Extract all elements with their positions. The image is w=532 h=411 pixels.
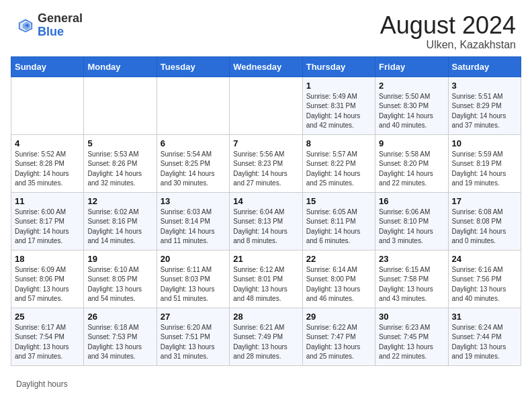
calendar-cell: 17Sunrise: 6:08 AM Sunset: 8:08 PM Dayli… (448, 192, 521, 250)
calendar-cell: 20Sunrise: 6:11 AM Sunset: 8:03 PM Dayli… (157, 250, 229, 308)
day-info: Sunrise: 6:08 AM Sunset: 8:08 PM Dayligh… (452, 208, 517, 246)
day-number: 1 (306, 81, 371, 91)
calendar-header: SundayMondayTuesdayWednesdayThursdayFrid… (11, 56, 521, 77)
day-number: 3 (452, 81, 517, 91)
day-info: Sunrise: 5:57 AM Sunset: 8:22 PM Dayligh… (306, 150, 371, 189)
day-number: 29 (306, 312, 371, 322)
calendar-cell: 16Sunrise: 6:06 AM Sunset: 8:10 PM Dayli… (375, 192, 448, 250)
dow-header: Sunday (11, 56, 84, 77)
calendar-week-row: 11Sunrise: 6:00 AM Sunset: 8:17 PM Dayli… (11, 192, 521, 250)
calendar-cell: 9Sunrise: 5:58 AM Sunset: 8:20 PM Daylig… (375, 134, 448, 192)
day-info: Sunrise: 5:59 AM Sunset: 8:19 PM Dayligh… (452, 150, 517, 189)
day-info: Sunrise: 6:00 AM Sunset: 8:17 PM Dayligh… (15, 208, 80, 246)
calendar-week-row: 1Sunrise: 5:49 AM Sunset: 8:31 PM Daylig… (11, 77, 521, 134)
calendar-cell: 1Sunrise: 5:49 AM Sunset: 8:31 PM Daylig… (302, 77, 375, 134)
day-number: 11 (15, 196, 80, 206)
day-number: 30 (379, 312, 444, 322)
day-info: Sunrise: 5:54 AM Sunset: 8:25 PM Dayligh… (161, 150, 226, 189)
day-number: 18 (15, 254, 80, 264)
day-info: Sunrise: 6:10 AM Sunset: 8:05 PM Dayligh… (87, 265, 152, 304)
calendar-cell: 28Sunrise: 6:21 AM Sunset: 7:49 PM Dayli… (230, 308, 302, 365)
day-number: 26 (87, 312, 152, 322)
day-number: 24 (452, 254, 517, 264)
day-info: Sunrise: 6:15 AM Sunset: 7:58 PM Dayligh… (379, 265, 444, 304)
day-info: Sunrise: 5:49 AM Sunset: 8:31 PM Dayligh… (306, 92, 371, 131)
dow-header: Saturday (448, 56, 521, 77)
calendar-cell: 4Sunrise: 5:52 AM Sunset: 8:28 PM Daylig… (11, 134, 84, 192)
month-year: August 2024 (380, 12, 516, 39)
day-number: 8 (306, 138, 371, 148)
day-info: Sunrise: 6:06 AM Sunset: 8:10 PM Dayligh… (379, 208, 444, 246)
calendar-cell: 19Sunrise: 6:10 AM Sunset: 8:05 PM Dayli… (84, 250, 157, 308)
day-info: Sunrise: 6:04 AM Sunset: 8:13 PM Dayligh… (233, 208, 298, 246)
dow-header: Wednesday (230, 56, 302, 77)
calendar-cell: 27Sunrise: 6:20 AM Sunset: 7:51 PM Dayli… (157, 308, 229, 365)
calendar-cell (11, 77, 84, 134)
calendar-cell: 6Sunrise: 5:54 AM Sunset: 8:25 PM Daylig… (157, 134, 229, 192)
day-info: Sunrise: 6:03 AM Sunset: 8:14 PM Dayligh… (161, 208, 226, 246)
calendar-cell: 11Sunrise: 6:00 AM Sunset: 8:17 PM Dayli… (11, 192, 84, 250)
calendar-cell: 10Sunrise: 5:59 AM Sunset: 8:19 PM Dayli… (448, 134, 521, 192)
day-number: 14 (233, 196, 298, 206)
day-number: 4 (15, 138, 80, 148)
day-number: 9 (379, 138, 444, 148)
day-info: Sunrise: 6:23 AM Sunset: 7:45 PM Dayligh… (379, 323, 444, 362)
day-info: Sunrise: 6:05 AM Sunset: 8:11 PM Dayligh… (306, 208, 371, 246)
day-number: 12 (87, 196, 152, 206)
calendar-cell (84, 77, 157, 134)
day-info: Sunrise: 6:16 AM Sunset: 7:56 PM Dayligh… (452, 265, 517, 304)
day-info: Sunrise: 6:11 AM Sunset: 8:03 PM Dayligh… (161, 265, 226, 304)
day-number: 25 (15, 312, 80, 322)
calendar-week-row: 25Sunrise: 6:17 AM Sunset: 7:54 PM Dayli… (11, 308, 521, 365)
logo-blue: Blue (38, 25, 64, 38)
calendar-cell (157, 77, 229, 134)
calendar-table: SundayMondayTuesdayWednesdayThursdayFrid… (11, 56, 521, 366)
title-block: August 2024 Ulken, Kazakhstan (380, 12, 516, 51)
calendar-week-row: 18Sunrise: 6:09 AM Sunset: 8:06 PM Dayli… (11, 250, 521, 308)
calendar-cell: 5Sunrise: 5:53 AM Sunset: 8:26 PM Daylig… (84, 134, 157, 192)
logo-icon (16, 16, 35, 35)
dow-header: Friday (375, 56, 448, 77)
day-info: Sunrise: 5:51 AM Sunset: 8:29 PM Dayligh… (452, 92, 517, 131)
logo-general: General (38, 11, 83, 25)
logo-text: General Blue (38, 12, 83, 39)
day-number: 10 (452, 138, 517, 148)
logo: General Blue (16, 12, 83, 39)
day-info: Sunrise: 5:56 AM Sunset: 8:23 PM Dayligh… (233, 150, 298, 189)
day-info: Sunrise: 6:21 AM Sunset: 7:49 PM Dayligh… (233, 323, 298, 362)
calendar-cell: 26Sunrise: 6:18 AM Sunset: 7:53 PM Dayli… (84, 308, 157, 365)
day-info: Sunrise: 6:02 AM Sunset: 8:16 PM Dayligh… (87, 208, 152, 246)
calendar-cell: 2Sunrise: 5:50 AM Sunset: 8:30 PM Daylig… (375, 77, 448, 134)
day-info: Sunrise: 6:20 AM Sunset: 7:51 PM Dayligh… (161, 323, 226, 362)
day-number: 17 (452, 196, 517, 206)
calendar-cell: 8Sunrise: 5:57 AM Sunset: 8:22 PM Daylig… (302, 134, 375, 192)
footer-label: Daylight hours (16, 379, 68, 389)
dow-header: Monday (84, 56, 157, 77)
calendar-cell: 23Sunrise: 6:15 AM Sunset: 7:58 PM Dayli… (375, 250, 448, 308)
dow-header: Tuesday (157, 56, 229, 77)
calendar-cell: 3Sunrise: 5:51 AM Sunset: 8:29 PM Daylig… (448, 77, 521, 134)
day-info: Sunrise: 6:12 AM Sunset: 8:01 PM Dayligh… (233, 265, 298, 304)
day-info: Sunrise: 6:09 AM Sunset: 8:06 PM Dayligh… (15, 265, 80, 304)
day-number: 16 (379, 196, 444, 206)
calendar-cell: 22Sunrise: 6:14 AM Sunset: 8:00 PM Dayli… (302, 250, 375, 308)
day-number: 5 (87, 138, 152, 148)
calendar-cell: 31Sunrise: 6:24 AM Sunset: 7:44 PM Dayli… (448, 308, 521, 365)
day-number: 27 (161, 312, 226, 322)
calendar-cell: 13Sunrise: 6:03 AM Sunset: 8:14 PM Dayli… (157, 192, 229, 250)
day-info: Sunrise: 5:58 AM Sunset: 8:20 PM Dayligh… (379, 150, 444, 189)
calendar-cell: 29Sunrise: 6:22 AM Sunset: 7:47 PM Dayli… (302, 308, 375, 365)
calendar-cell: 21Sunrise: 6:12 AM Sunset: 8:01 PM Dayli… (230, 250, 302, 308)
calendar-cell: 14Sunrise: 6:04 AM Sunset: 8:13 PM Dayli… (230, 192, 302, 250)
header: General Blue August 2024 Ulken, Kazakhst… (0, 0, 532, 56)
calendar-week-row: 4Sunrise: 5:52 AM Sunset: 8:28 PM Daylig… (11, 134, 521, 192)
day-number: 20 (161, 254, 226, 264)
footer: Daylight hours (0, 377, 532, 394)
day-number: 21 (233, 254, 298, 264)
day-number: 2 (379, 81, 444, 91)
day-number: 13 (161, 196, 226, 206)
day-info: Sunrise: 5:50 AM Sunset: 8:30 PM Dayligh… (379, 92, 444, 131)
calendar-cell: 18Sunrise: 6:09 AM Sunset: 8:06 PM Dayli… (11, 250, 84, 308)
calendar-cell: 30Sunrise: 6:23 AM Sunset: 7:45 PM Dayli… (375, 308, 448, 365)
calendar-cell: 25Sunrise: 6:17 AM Sunset: 7:54 PM Dayli… (11, 308, 84, 365)
